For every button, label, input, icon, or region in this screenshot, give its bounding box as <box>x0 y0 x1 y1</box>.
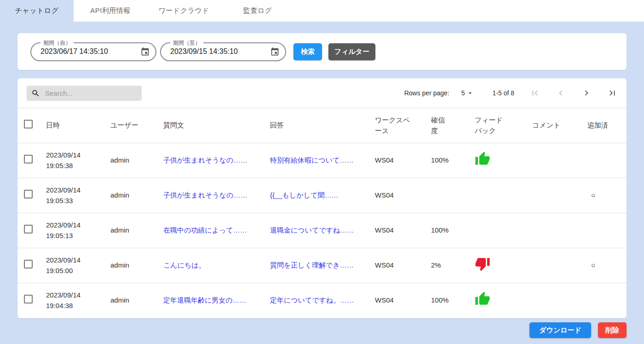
cell-confidence: 2% <box>424 248 467 283</box>
first-page-button[interactable] <box>530 88 540 98</box>
chat-log-table-panel: Rows per page: 5 1-5 of 8 <box>17 78 627 318</box>
search-button[interactable]: 検索 <box>293 43 322 60</box>
row-checkbox[interactable] <box>24 190 33 198</box>
pagination-range: 1-5 of 8 <box>493 89 514 97</box>
cell-answer-link[interactable]: {{__もしかして聞…… <box>263 178 368 213</box>
tab-api-usage[interactable]: API利用情報 <box>74 0 147 22</box>
row-checkbox[interactable] <box>24 225 33 233</box>
cell-added <box>580 283 627 318</box>
table-header-row: 日時 ユーザー 質問文 回答 ワークスペース 確信度 フィードバック コメント … <box>17 108 627 143</box>
cell-user: admin <box>103 213 156 248</box>
cell-question-link[interactable]: 子供が生まれそうなの…… <box>156 178 263 213</box>
date-to-field[interactable]: 期間（至） 2023/09/15 14:35:10 <box>160 42 286 61</box>
cell-answer-link[interactable]: 退職金についてですね…… <box>263 213 368 248</box>
column-header-added: 追加済 <box>580 108 627 143</box>
chat-log-table: 日時 ユーザー 質問文 回答 ワークスペース 確信度 フィードバック コメント … <box>17 108 627 318</box>
date-from-field[interactable]: 期間（自） 2023/06/17 14:35:10 <box>30 42 156 61</box>
table-search-box[interactable] <box>27 86 142 101</box>
cell-user: admin <box>103 178 156 213</box>
date-from-value[interactable]: 2023/06/17 14:35:10 <box>40 47 140 56</box>
next-page-button[interactable] <box>581 88 592 98</box>
column-header-user: ユーザー <box>103 108 156 143</box>
cell-user: admin <box>103 143 156 178</box>
row-checkbox[interactable] <box>24 260 33 268</box>
thumb-up-icon <box>475 291 490 307</box>
cell-workspace: WS04 <box>368 143 424 178</box>
column-header-question: 質問文 <box>156 108 263 143</box>
date-to-label: 期間（至） <box>170 39 203 47</box>
table-toolbar: Rows per page: 5 1-5 of 8 <box>17 78 627 108</box>
table-row: 2023/09/14 19:05:00 admin こんにちは。 質問を正しく理… <box>17 248 627 283</box>
thumb-down-icon <box>475 256 490 272</box>
select-all-checkbox[interactable] <box>24 120 33 128</box>
cell-feedback <box>467 283 525 318</box>
cell-answer-link[interactable]: 定年についてですね。…… <box>263 283 368 318</box>
calendar-icon[interactable] <box>270 47 280 57</box>
cell-feedback <box>467 143 525 178</box>
column-header-answer: 回答 <box>263 108 368 143</box>
chevron-down-icon <box>466 89 474 97</box>
cell-comment <box>525 248 580 283</box>
table-row: 2023/09/14 19:05:33 admin 子供が生まれそうなの…… {… <box>17 178 627 213</box>
row-checkbox[interactable] <box>24 155 33 163</box>
cell-datetime: 2023/09/14 19:05:33 <box>39 178 103 213</box>
cell-workspace: WS04 <box>368 283 424 318</box>
cell-comment <box>525 283 580 318</box>
tab-word-cloud[interactable]: ワードクラウド <box>147 0 221 22</box>
tab-chat-log[interactable]: チャットログ <box>0 0 74 22</box>
cell-user: admin <box>103 283 156 318</box>
cell-workspace: WS04 <box>368 213 424 248</box>
cell-feedback <box>467 178 525 213</box>
column-header-comment: コメント <box>525 108 580 143</box>
cell-comment <box>525 178 580 213</box>
cell-confidence: 100% <box>424 213 467 248</box>
rows-per-page-label: Rows per page: <box>404 89 449 97</box>
cell-question-link[interactable]: 定年退職年齢に男女の…… <box>156 283 263 318</box>
search-icon <box>31 89 40 98</box>
table-row: 2023/09/14 19:05:38 admin 子供が生まれそうなの…… 特… <box>17 143 627 178</box>
rows-per-page-select[interactable]: 5 <box>461 89 474 97</box>
table-search-input[interactable] <box>44 89 137 98</box>
cell-added <box>580 213 627 248</box>
last-page-button[interactable] <box>607 88 617 98</box>
table-row: 2023/09/14 19:04:38 admin 定年退職年齢に男女の…… 定… <box>17 283 627 318</box>
cell-workspace: WS04 <box>368 248 424 283</box>
cell-question-link[interactable]: 子供が生まれそうなの…… <box>156 143 263 178</box>
cell-added: ○ <box>580 178 627 213</box>
previous-page-button[interactable] <box>556 88 566 98</box>
cell-added: ○ <box>580 248 627 283</box>
cell-user: admin <box>103 248 156 283</box>
cell-datetime: 2023/09/14 19:05:00 <box>39 248 103 283</box>
thumb-up-icon <box>475 151 490 167</box>
cell-datetime: 2023/09/14 19:05:38 <box>39 143 103 178</box>
cell-answer-link[interactable]: 特別有給休暇について…… <box>263 143 368 178</box>
cell-feedback <box>467 248 525 283</box>
cell-question-link[interactable]: こんにちは。 <box>156 248 263 283</box>
download-button[interactable]: ダウンロード <box>529 322 591 338</box>
delete-button[interactable]: 削除 <box>598 322 627 338</box>
pagination: Rows per page: 5 1-5 of 8 <box>404 88 617 98</box>
cell-confidence: 100% <box>424 143 467 178</box>
date-filter-panel: 期間（自） 2023/06/17 14:35:10 期間（至） 2023/09/… <box>17 33 627 70</box>
cell-question-link[interactable]: 在職中の功績によって…… <box>156 213 263 248</box>
cell-comment <box>525 143 580 178</box>
calendar-icon[interactable] <box>140 47 150 57</box>
cell-confidence: 100% <box>424 283 467 318</box>
cell-comment <box>525 213 580 248</box>
date-to-value[interactable]: 2023/09/15 14:35:10 <box>170 47 270 56</box>
footer-actions: ダウンロード 削除 <box>17 322 627 338</box>
added-mark: ○ <box>587 190 595 201</box>
cell-added <box>580 143 627 178</box>
column-header-confidence: 確信度 <box>424 108 467 143</box>
rows-per-page-value: 5 <box>461 89 465 97</box>
table-row: 2023/09/14 19:05:13 admin 在職中の功績によって…… 退… <box>17 213 627 248</box>
column-header-datetime: 日時 <box>39 108 103 143</box>
chevron-right-icon <box>581 88 592 98</box>
column-header-workspace: ワークスペース <box>368 108 424 143</box>
cell-datetime: 2023/09/14 19:05:13 <box>39 213 103 248</box>
tab-audit-log[interactable]: 監査ログ <box>221 0 294 22</box>
tab-bar: チャットログ API利用情報 ワードクラウド 監査ログ <box>0 0 644 22</box>
cell-answer-link[interactable]: 質問を正しく理解でき…… <box>263 248 368 283</box>
row-checkbox[interactable] <box>24 295 33 303</box>
filter-button[interactable]: フィルター <box>328 43 375 60</box>
